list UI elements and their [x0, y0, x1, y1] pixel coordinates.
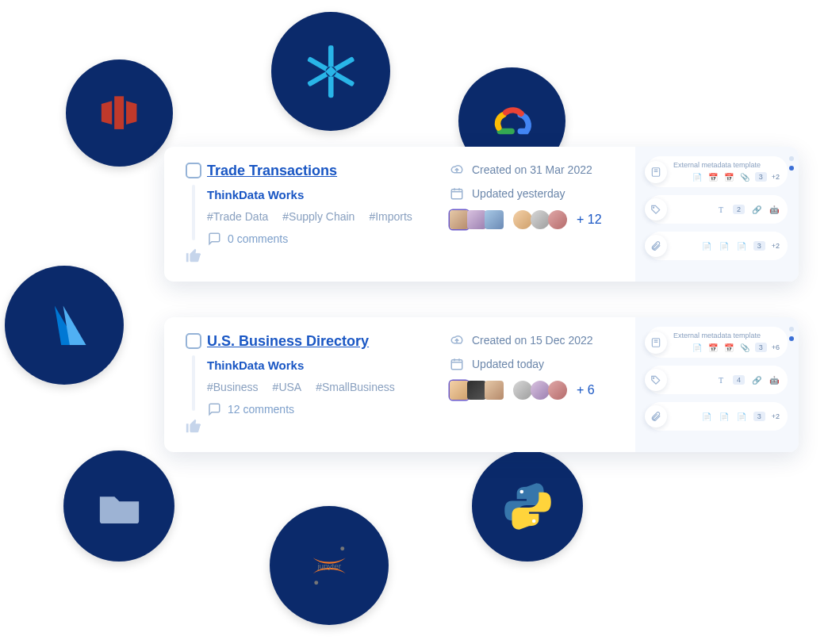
template-icon — [650, 337, 661, 348]
like-icon[interactable] — [185, 417, 202, 435]
cloud-upload-icon — [450, 163, 464, 177]
avatar[interactable] — [513, 381, 532, 400]
avatar[interactable] — [450, 210, 469, 229]
type-pill[interactable]: T 2 🔗 🤖 — [646, 195, 788, 224]
svg-marker-2 — [126, 102, 136, 125]
dataset-title-link[interactable]: Trade Transactions — [207, 163, 450, 179]
calendar-icon — [450, 186, 464, 201]
tag[interactable]: #Trade Data — [207, 210, 268, 223]
link-icon: 🔗 — [751, 204, 762, 215]
type-pill[interactable]: T 4 🔗 🤖 — [646, 366, 788, 394]
metadata-sidebar: External metadata template 📄 📅 📅 📎 3 +2 … — [635, 147, 799, 282]
integration-files-icon — [63, 450, 174, 562]
svg-point-11 — [519, 489, 523, 493]
svg-point-15 — [654, 207, 654, 208]
tag-icon — [650, 204, 661, 215]
integration-azure-icon — [5, 266, 124, 385]
calendar-mini-icon: 📅 — [723, 171, 734, 182]
avatar[interactable] — [450, 381, 469, 400]
collaborators[interactable]: + 12 — [450, 210, 616, 229]
svg-point-9 — [314, 581, 318, 585]
avatar-overflow[interactable]: + 12 — [577, 213, 602, 227]
dataset-card[interactable]: Trade Transactions ThinkData Works #Trad… — [164, 147, 799, 282]
avatar[interactable] — [485, 210, 504, 229]
like-icon[interactable] — [185, 247, 202, 264]
clip-icon: 📎 — [739, 171, 750, 182]
svg-rect-13 — [451, 190, 462, 199]
integration-jupyter-icon: jupyter — [270, 506, 389, 625]
text-type-icon: T — [715, 204, 726, 215]
svg-text:jupyter: jupyter — [316, 561, 341, 569]
doc-icon: 📄 — [692, 171, 703, 182]
metadata-template-pill[interactable]: External metadata template 📄 📅 📅 📎 3 +6 — [646, 327, 788, 358]
dataset-org: ThinkData Works — [207, 188, 450, 201]
updated-date: Updated yesterday — [450, 186, 616, 201]
integration-redshift-icon — [66, 59, 173, 167]
robot-icon: 🤖 — [769, 374, 780, 385]
calendar-icon — [450, 357, 464, 371]
metadata-sidebar: External metadata template 📄 📅 📅 📎 3 +6 … — [635, 317, 799, 452]
tag[interactable]: #Imports — [369, 210, 412, 223]
clip-icon: 📎 — [739, 342, 750, 353]
cloud-upload-icon — [450, 333, 464, 347]
svg-point-18 — [654, 378, 654, 378]
paperclip-icon — [650, 411, 661, 422]
avatar[interactable] — [548, 210, 567, 229]
paperclip-icon — [650, 240, 661, 251]
avatar[interactable] — [485, 381, 504, 400]
metadata-template-pill[interactable]: External metadata template 📄 📅 📅 📎 3 +2 — [646, 156, 788, 187]
select-checkbox[interactable] — [186, 163, 201, 178]
integration-snowflake-icon — [271, 12, 390, 131]
template-icon — [650, 167, 661, 178]
file-icon: 📄 — [719, 240, 730, 251]
dataset-org: ThinkData Works — [207, 358, 450, 372]
file-icon: 📄 — [736, 411, 747, 422]
avatar-overflow[interactable]: + 6 — [577, 383, 595, 397]
avatar[interactable] — [531, 381, 550, 400]
comment-icon — [207, 232, 221, 246]
comment-icon — [207, 402, 221, 416]
tag[interactable]: #Business — [207, 381, 259, 393]
avatar[interactable] — [531, 210, 550, 229]
created-date: Created on 15 Dec 2022 — [450, 333, 616, 347]
avatar[interactable] — [467, 210, 486, 229]
svg-rect-0 — [115, 97, 125, 130]
timeline-bar — [192, 185, 195, 240]
dataset-tags: #Trade Data #Supply Chain #Imports — [207, 210, 450, 223]
file-icon: 📄 — [736, 240, 747, 251]
doc-icon: 📄 — [692, 342, 703, 353]
attachments-pill[interactable]: 📄 📄 📄 3 +2 — [646, 402, 788, 431]
tag[interactable]: #SmallBusiness — [316, 381, 395, 393]
attachments-pill[interactable]: 📄 📄 📄 3 +2 — [646, 232, 788, 260]
svg-point-8 — [340, 546, 344, 550]
timeline-bar — [192, 355, 195, 411]
tag[interactable]: #Supply Chain — [282, 210, 355, 223]
link-icon: 🔗 — [751, 374, 762, 385]
file-icon: 📄 — [719, 411, 730, 422]
avatar[interactable] — [548, 381, 567, 400]
avatar[interactable] — [467, 381, 486, 400]
dataset-title-link[interactable]: U.S. Business Directory — [207, 333, 450, 350]
created-date: Created on 31 Mar 2022 — [450, 163, 616, 177]
comments-count[interactable]: 0 comments — [207, 232, 450, 246]
svg-marker-1 — [102, 102, 112, 125]
avatar[interactable] — [513, 210, 532, 229]
robot-icon: 🤖 — [769, 204, 780, 215]
svg-rect-16 — [451, 360, 462, 370]
calendar-mini-icon: 📅 — [707, 171, 719, 182]
calendar-mini-icon: 📅 — [707, 342, 719, 353]
select-checkbox[interactable] — [186, 333, 201, 349]
dataset-tags: #Business #USA #SmallBusiness — [207, 381, 450, 393]
svg-point-12 — [531, 519, 535, 523]
comments-count[interactable]: 12 comments — [207, 402, 450, 416]
integration-python-icon — [472, 450, 583, 562]
tag[interactable]: #USA — [273, 381, 302, 393]
updated-date: Updated today — [450, 357, 616, 371]
text-type-icon: T — [715, 374, 726, 385]
collaborators[interactable]: + 6 — [450, 381, 616, 400]
calendar-mini-icon: 📅 — [723, 342, 734, 353]
file-icon: 📄 — [701, 240, 712, 251]
tag-icon — [650, 374, 661, 385]
file-icon: 📄 — [701, 411, 712, 422]
dataset-card[interactable]: U.S. Business Directory ThinkData Works … — [164, 317, 799, 452]
